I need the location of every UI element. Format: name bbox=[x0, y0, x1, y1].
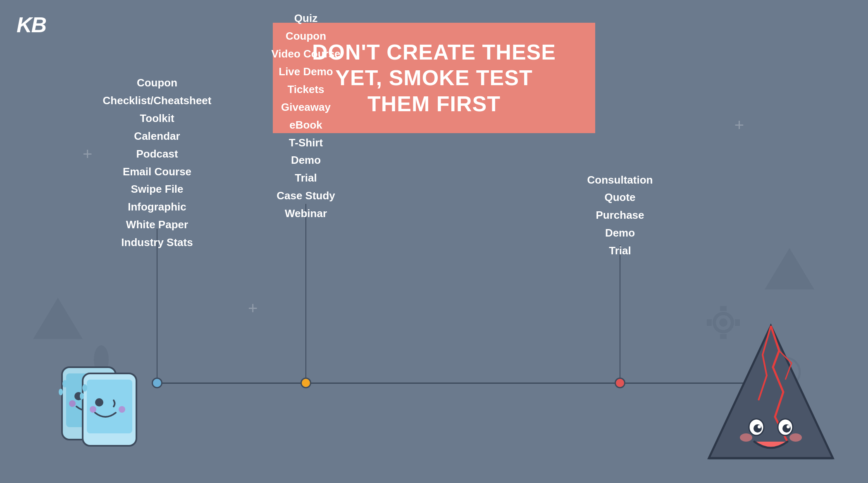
svg-point-34 bbox=[787, 425, 790, 428]
right-item-3: Purchase bbox=[587, 206, 653, 224]
mid-left-column: Quiz Coupon Video Course Live Demo Ticke… bbox=[271, 10, 340, 222]
mid-left-item-10: Trial bbox=[271, 169, 340, 187]
mid-left-item-1: Quiz bbox=[271, 10, 340, 27]
mid-left-item-9: Demo bbox=[271, 151, 340, 169]
svg-marker-28 bbox=[709, 326, 833, 458]
left-item-1: Coupon bbox=[103, 74, 212, 92]
mid-left-item-3: Video Course bbox=[271, 45, 340, 63]
left-column: Coupon Checklist/Cheatsheet Toolkit Cale… bbox=[103, 74, 212, 251]
volcano-character bbox=[696, 318, 845, 466]
mid-left-item-8: T-Shirt bbox=[271, 134, 340, 152]
mid-left-item-2: Coupon bbox=[271, 27, 340, 45]
svg-point-27 bbox=[80, 393, 84, 399]
left-item-6: Email Course bbox=[103, 163, 212, 181]
svg-point-19 bbox=[62, 380, 67, 387]
mid-left-item-4: Live Demo bbox=[271, 63, 340, 81]
mid-left-item-12: Webinar bbox=[271, 205, 340, 222]
mid-left-item-5: Tickets bbox=[271, 81, 340, 98]
right-item-5: Trial bbox=[587, 242, 653, 260]
logo: KB bbox=[17, 12, 46, 37]
mid-left-item-6: Giveaway bbox=[271, 98, 340, 116]
svg-point-23 bbox=[95, 398, 103, 406]
connector-2 bbox=[305, 204, 306, 378]
decorative-plus-1: + bbox=[83, 145, 92, 163]
svg-point-25 bbox=[119, 406, 125, 413]
svg-point-36 bbox=[789, 433, 802, 442]
left-item-3: Toolkit bbox=[103, 110, 212, 127]
right-item-4: Demo bbox=[587, 224, 653, 242]
mid-left-item-7: eBook bbox=[271, 116, 340, 134]
svg-point-26 bbox=[82, 384, 87, 392]
timeline-node-2 bbox=[300, 378, 311, 388]
left-item-9: White Paper bbox=[103, 216, 212, 234]
left-item-5: Podcast bbox=[103, 145, 212, 163]
left-item-4: Calendar bbox=[103, 127, 212, 145]
right-column: Consultation Quote Purchase Demo Trial bbox=[587, 171, 653, 260]
phone-characters bbox=[37, 359, 157, 450]
left-item-10: Industry Stats bbox=[103, 234, 212, 251]
decorative-plus-2: + bbox=[734, 116, 744, 134]
svg-point-31 bbox=[754, 424, 762, 433]
svg-point-35 bbox=[740, 433, 752, 442]
svg-point-20 bbox=[59, 389, 63, 395]
left-item-7: Swipe File bbox=[103, 180, 212, 198]
svg-point-33 bbox=[758, 425, 761, 428]
svg-point-17 bbox=[69, 400, 76, 407]
left-item-8: Infographic bbox=[103, 198, 212, 216]
connector-4 bbox=[620, 245, 620, 378]
svg-point-24 bbox=[90, 406, 96, 413]
mid-left-item-11: Case Study bbox=[271, 187, 340, 205]
svg-point-32 bbox=[782, 424, 791, 433]
timeline-node-4 bbox=[615, 378, 625, 388]
title-text: DON'T CREATE THESE YET, SMOKE TEST THEM … bbox=[306, 39, 562, 117]
left-item-2: Checklist/Cheatsheet bbox=[103, 92, 212, 110]
right-item-1: Consultation bbox=[587, 171, 653, 189]
right-item-2: Quote bbox=[587, 189, 653, 206]
